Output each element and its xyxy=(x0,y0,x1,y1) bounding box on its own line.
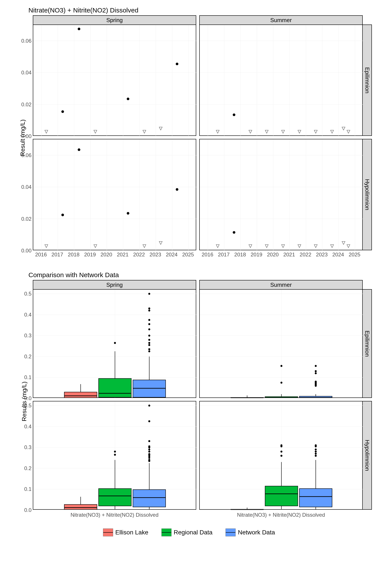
x-tick-label: 2019 xyxy=(250,252,263,258)
y-tick-label: 0.3 xyxy=(14,333,31,339)
boxplot-panel xyxy=(199,289,363,398)
y-tick-label: 0.02 xyxy=(14,216,31,222)
facet-row-strip: Hypolimnion xyxy=(363,139,372,250)
scatter-panel xyxy=(199,25,363,136)
x-tick-label: 2021 xyxy=(283,252,296,258)
svg-point-113 xyxy=(281,382,283,384)
svg-point-14 xyxy=(61,110,64,113)
y-tick-label: 0.3 xyxy=(14,444,31,450)
x-tick-label: 2023 xyxy=(149,252,162,258)
x-tick-label: 2025 xyxy=(182,252,195,258)
y-tick-label: 0.2 xyxy=(14,465,31,471)
svg-point-89 xyxy=(148,342,150,344)
legend-label-network: Network Data xyxy=(238,529,275,536)
y-tick-label: 0.06 xyxy=(14,38,31,44)
y-tick-label: 0.4 xyxy=(14,424,31,430)
svg-point-48 xyxy=(78,148,80,151)
scatter-panel xyxy=(199,139,363,250)
svg-point-179 xyxy=(281,444,283,446)
svg-rect-136 xyxy=(64,504,97,509)
svg-point-65 xyxy=(233,231,235,234)
svg-point-186 xyxy=(315,451,317,453)
svg-point-15 xyxy=(78,27,80,30)
facet-col-strip: Summer xyxy=(199,15,363,25)
x-tick-label: 2016 xyxy=(201,252,214,258)
scatter-panel xyxy=(33,25,196,136)
facet-col-strip: Spring xyxy=(33,15,196,25)
svg-rect-79 xyxy=(99,378,131,397)
y-tick-label: 0.2 xyxy=(14,353,31,360)
y-tick-label: 0.04 xyxy=(14,184,31,190)
svg-point-158 xyxy=(148,440,150,442)
boxplot-panel xyxy=(33,401,196,510)
svg-point-94 xyxy=(148,319,150,321)
svg-point-126 xyxy=(315,365,317,367)
svg-point-16 xyxy=(127,98,129,100)
svg-point-160 xyxy=(148,405,150,407)
boxplot-panel xyxy=(33,289,196,398)
svg-point-159 xyxy=(148,420,150,422)
y-tick-label: 0.1 xyxy=(14,374,31,380)
svg-point-87 xyxy=(148,348,150,350)
x-tick-label: 2022 xyxy=(299,252,312,258)
svg-point-81 xyxy=(114,342,116,344)
x-tick-label: 2017 xyxy=(51,252,64,258)
svg-point-184 xyxy=(315,455,317,457)
svg-point-114 xyxy=(281,365,283,367)
legend-label-regional: Regional Data xyxy=(174,529,212,536)
y-tick-label: 0.06 xyxy=(14,152,31,158)
svg-point-125 xyxy=(315,370,317,372)
svg-point-154 xyxy=(148,451,150,453)
x-tick-label: 2022 xyxy=(133,252,146,258)
svg-point-149 xyxy=(148,459,150,461)
svg-rect-140 xyxy=(99,489,131,506)
x-tick-label: 2019 xyxy=(83,252,96,258)
top-facet-grid: Result (mg/L) SpringSummerEpilimnionHypo… xyxy=(13,15,372,260)
svg-point-90 xyxy=(148,339,150,341)
y-tick-label: 0.5 xyxy=(14,402,31,409)
svg-point-95 xyxy=(148,309,150,311)
y-tick-label: 0.0 xyxy=(14,395,31,401)
y-tick-label: 0.1 xyxy=(14,486,31,492)
x-category-label: Nitrate(NO3) + Nitrite(NO2) Dissolved xyxy=(33,512,196,518)
y-tick-label: 0.4 xyxy=(14,312,31,318)
svg-point-91 xyxy=(148,335,150,337)
scatter-panel xyxy=(33,139,196,250)
y-tick-label: 0.00 xyxy=(14,248,31,254)
x-category-label: Nitrate(NO3) + Nitrite(NO2) Dissolved xyxy=(199,512,363,518)
svg-rect-146 xyxy=(133,490,166,507)
legend-item-ellison: Ellison Lake xyxy=(103,529,148,536)
x-tick-label: 2020 xyxy=(100,252,113,258)
svg-point-189 xyxy=(315,444,317,446)
facet-col-strip: Spring xyxy=(33,280,196,289)
svg-point-124 xyxy=(315,372,317,374)
legend-label-ellison: Ellison Lake xyxy=(115,529,148,536)
x-tick-label: 2018 xyxy=(234,252,247,258)
svg-point-185 xyxy=(315,453,317,454)
svg-point-50 xyxy=(176,188,178,191)
svg-point-143 xyxy=(114,451,116,453)
svg-rect-182 xyxy=(299,489,332,507)
facet-row-strip: Epilimnion xyxy=(363,289,372,398)
page: Nitrate(NO3) + Nitrite(NO2) Dissolved Re… xyxy=(0,0,378,588)
x-tick-label: 2025 xyxy=(348,252,361,258)
svg-rect-174 xyxy=(265,486,298,506)
y-tick-label: 0.0 xyxy=(14,507,31,513)
y-tick-label: 0.04 xyxy=(14,69,31,76)
legend: Ellison Lake Regional Data Network Data xyxy=(4,529,374,536)
svg-point-47 xyxy=(61,214,64,216)
legend-key-network xyxy=(226,529,236,536)
svg-point-49 xyxy=(127,212,129,214)
x-tick-label: 2018 xyxy=(67,252,80,258)
boxplot-panel xyxy=(199,401,363,510)
x-tick-label: 2016 xyxy=(34,252,47,258)
svg-point-187 xyxy=(315,448,317,450)
svg-point-93 xyxy=(148,323,150,325)
top-chart-title: Nitrate(NO3) + Nitrite(NO2) Dissolved xyxy=(28,7,374,14)
y-tick-label: 0.00 xyxy=(14,133,31,139)
x-tick-label: 2023 xyxy=(315,252,328,258)
bottom-chart-title: Comparison with Network Data xyxy=(28,271,374,279)
svg-point-96 xyxy=(148,307,150,309)
svg-point-92 xyxy=(148,328,150,330)
legend-key-ellison xyxy=(103,529,113,536)
